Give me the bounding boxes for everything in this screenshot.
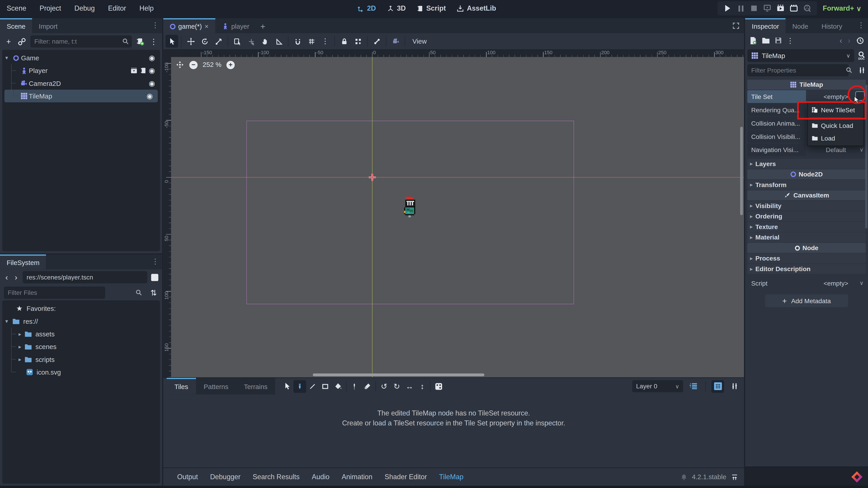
inspector-tools-icon[interactable] bbox=[858, 66, 866, 74]
expand-bottom-panel-icon[interactable] bbox=[731, 473, 739, 481]
menu-debug[interactable]: Debug bbox=[68, 0, 101, 17]
tab-tiles[interactable]: Tiles bbox=[166, 378, 196, 394]
folder-row-scenes[interactable]: ▸ scenes bbox=[2, 340, 160, 353]
edited-object-selector[interactable]: TileMap ∨ bbox=[747, 49, 854, 62]
scene-tree-menu-icon[interactable]: ⋮ bbox=[149, 37, 158, 46]
visibility-eye-icon[interactable]: ◉ bbox=[149, 79, 155, 88]
close-icon[interactable]: × bbox=[205, 22, 209, 30]
toggle-split-mode-button[interactable] bbox=[151, 273, 158, 281]
tab-node[interactable]: Node bbox=[786, 20, 815, 33]
remote-debug-icon[interactable] bbox=[762, 3, 773, 14]
menu-item-load[interactable]: Load bbox=[808, 132, 864, 144]
flip-horizontal-icon[interactable]: ↔ bbox=[403, 380, 416, 392]
highlight-layer-icon[interactable] bbox=[687, 380, 700, 392]
canvas-horizontal-scrollbar[interactable] bbox=[313, 373, 485, 376]
instanced-scene-icon[interactable] bbox=[130, 67, 138, 74]
zoom-out-button[interactable]: − bbox=[189, 61, 198, 69]
history-forward-icon[interactable]: › bbox=[848, 36, 850, 45]
new-resource-icon[interactable] bbox=[749, 36, 757, 44]
movie-maker-icon[interactable] bbox=[802, 3, 813, 14]
tab-filesystem[interactable]: FileSystem bbox=[0, 255, 46, 269]
section-transform[interactable]: ▸ Transform bbox=[747, 180, 866, 190]
tile-rect-tool-button[interactable] bbox=[319, 380, 332, 392]
scene-tab-game[interactable]: game(*) × bbox=[163, 18, 215, 33]
menu-item-quick-load[interactable]: Quick Load bbox=[808, 119, 864, 132]
menu-editor[interactable]: Editor bbox=[101, 0, 133, 17]
add-metadata-button[interactable]: + Add Metadata bbox=[765, 294, 848, 307]
scale-tool-button[interactable] bbox=[212, 35, 225, 47]
current-path-field[interactable] bbox=[23, 271, 147, 283]
scene-tab-player[interactable]: player bbox=[215, 20, 256, 33]
ruler-tool-button[interactable] bbox=[272, 35, 285, 47]
switcher-script[interactable]: Script bbox=[417, 4, 446, 12]
distraction-free-icon[interactable] bbox=[733, 22, 740, 29]
script-icon[interactable] bbox=[140, 67, 147, 74]
canvas-vertical-scrollbar[interactable] bbox=[740, 127, 743, 215]
bottom-tab-output[interactable]: Output bbox=[171, 473, 204, 481]
zoom-in-button[interactable]: + bbox=[226, 61, 235, 69]
scene-filter-input[interactable] bbox=[31, 35, 132, 48]
dock-menu-icon[interactable]: ⋮ bbox=[857, 21, 865, 29]
tile-paint-tool-button[interactable] bbox=[293, 380, 306, 392]
switcher-assetlib[interactable]: AssetLib bbox=[457, 4, 496, 12]
random-tile-icon[interactable] bbox=[432, 380, 445, 392]
res-root-row[interactable]: ▾ res:// bbox=[2, 315, 160, 327]
tile-select-tool-button[interactable] bbox=[281, 380, 293, 392]
section-texture[interactable]: ▸ Texture bbox=[747, 222, 866, 232]
dock-menu-icon[interactable]: ⋮ bbox=[152, 257, 159, 266]
object-history-icon[interactable] bbox=[856, 36, 864, 44]
expand-icon[interactable]: ▸ bbox=[17, 331, 23, 337]
folder-row-scripts[interactable]: ▸ scripts bbox=[2, 353, 160, 365]
menu-help[interactable]: Help bbox=[133, 0, 160, 17]
resource-extra-menu-icon[interactable]: ⋮ bbox=[786, 36, 794, 44]
file-filter-input[interactable] bbox=[4, 287, 105, 299]
pan-tool-button[interactable] bbox=[258, 35, 271, 47]
visibility-eye-icon[interactable]: ◉ bbox=[149, 54, 155, 62]
section-layers[interactable]: ▸ Layers bbox=[747, 159, 866, 169]
snap-options-icon[interactable]: ⋮ bbox=[319, 35, 332, 47]
play-scene-button[interactable] bbox=[775, 3, 786, 14]
list-select-tool-button[interactable] bbox=[231, 35, 243, 47]
tile-bucket-tool-button[interactable] bbox=[332, 380, 344, 392]
tile-line-tool-button[interactable] bbox=[306, 380, 319, 392]
menu-project[interactable]: Project bbox=[33, 0, 68, 17]
visibility-eye-icon[interactable]: ◉ bbox=[149, 66, 155, 75]
rotate-right-icon[interactable]: ↻ bbox=[391, 380, 403, 392]
bottom-tab-shader-editor[interactable]: Shader Editor bbox=[379, 473, 433, 481]
open-docs-icon[interactable]: DOC bbox=[857, 51, 866, 60]
tab-history[interactable]: History bbox=[815, 20, 849, 33]
group-object-icon[interactable] bbox=[351, 35, 364, 47]
section-ordering[interactable]: ▸ Ordering bbox=[747, 212, 866, 221]
viewport-canvas[interactable]: -150 -100 -50 0 50 100 150 200 250 300 3… bbox=[163, 49, 744, 377]
load-resource-folder-icon[interactable] bbox=[762, 37, 770, 44]
section-material[interactable]: ▸ Material bbox=[747, 232, 866, 242]
expand-icon[interactable]: ▸ bbox=[17, 356, 23, 362]
camera-override-icon[interactable] bbox=[389, 35, 402, 47]
expand-icon[interactable]: ▸ bbox=[17, 344, 23, 350]
grid-toggle-icon[interactable] bbox=[711, 380, 724, 392]
save-resource-icon[interactable] bbox=[774, 37, 782, 44]
pause-button[interactable] bbox=[735, 3, 746, 14]
add-node-button[interactable]: + bbox=[4, 37, 13, 46]
collapse-icon[interactable]: ▾ bbox=[2, 318, 11, 324]
tab-scene[interactable]: Scene bbox=[0, 18, 32, 33]
tile-picker-tool-button[interactable] bbox=[348, 380, 361, 392]
bottom-tab-debugger[interactable]: Debugger bbox=[204, 473, 247, 481]
tile-eraser-tool-button[interactable] bbox=[361, 380, 374, 392]
tree-row-player[interactable]: Player ◉ bbox=[2, 64, 160, 77]
stop-button[interactable] bbox=[749, 3, 760, 14]
attach-script-button[interactable] bbox=[135, 37, 145, 46]
folder-row-assets[interactable]: ▸ assets bbox=[2, 328, 160, 340]
tilemap-settings-icon[interactable] bbox=[728, 380, 741, 392]
history-back-icon[interactable]: ‹ bbox=[839, 36, 842, 45]
bottom-tab-animation[interactable]: Animation bbox=[336, 473, 379, 481]
canvas-view[interactable]: − 252 % + bbox=[171, 57, 744, 377]
tree-row-tilemap[interactable]: TileMap ◉ bbox=[4, 90, 158, 102]
layer-selector[interactable]: Layer 0 ∨ bbox=[632, 380, 683, 392]
grid-snap-icon[interactable] bbox=[305, 35, 318, 47]
tree-row-camera2d[interactable]: Camera2D ◉ bbox=[2, 77, 160, 90]
rotate-tool-button[interactable] bbox=[198, 35, 211, 47]
rotate-left-icon[interactable]: ↺ bbox=[378, 380, 391, 392]
collapse-icon[interactable]: ▾ bbox=[2, 55, 11, 61]
menu-scene[interactable]: Scene bbox=[0, 0, 33, 17]
